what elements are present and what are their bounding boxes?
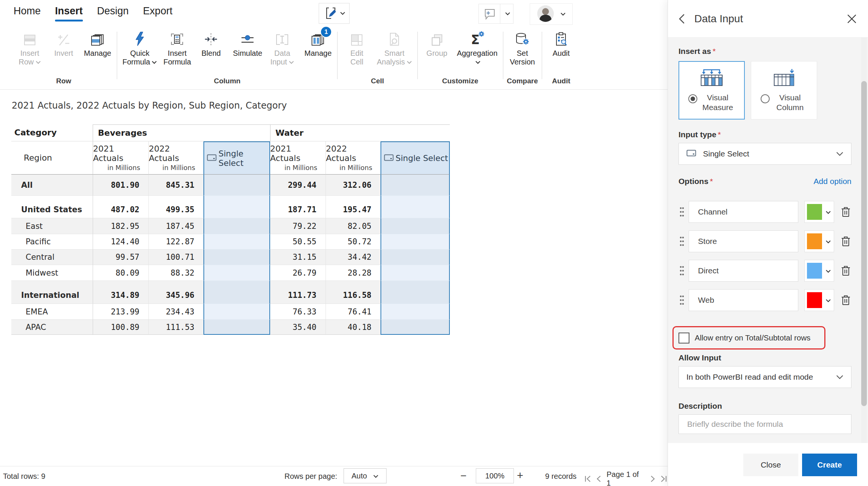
insert-as-card-visual-column[interactable]: Visual Column bbox=[751, 61, 817, 120]
chevron-down-icon[interactable] bbox=[500, 12, 513, 16]
pivot-value-cell[interactable]: 345.96 bbox=[148, 281, 203, 304]
pivot-select-column-header[interactable]: Single Select bbox=[381, 141, 450, 175]
pivot-value-cell[interactable]: 122.87 bbox=[148, 234, 203, 250]
pivot-value-cell[interactable]: 26.79 bbox=[270, 265, 326, 281]
pivot-row-label-central[interactable]: Central bbox=[11, 250, 93, 265]
pivot-row-label-apac[interactable]: APAC bbox=[11, 320, 93, 335]
pivot-value-cell[interactable]: 116.58 bbox=[326, 281, 381, 304]
description-input[interactable] bbox=[679, 414, 851, 434]
last-page-icon[interactable] bbox=[660, 475, 668, 483]
pivot-select-cell[interactable] bbox=[381, 250, 450, 265]
pivot-measure-header[interactable]: 2022 Actualsin Millions bbox=[148, 141, 203, 175]
pivot-select-cell[interactable] bbox=[203, 218, 270, 234]
add-option-link[interactable]: Add option bbox=[814, 177, 851, 186]
pivot-select-cell[interactable] bbox=[381, 281, 450, 304]
user-menu-button[interactable] bbox=[530, 3, 573, 25]
option-value-input[interactable]: Web bbox=[689, 289, 798, 311]
pivot-select-cell[interactable] bbox=[381, 304, 450, 320]
ribbon-button-group[interactable]: Group bbox=[420, 29, 454, 58]
pivot-value-cell[interactable]: 124.40 bbox=[93, 234, 148, 250]
ribbon-button-audit[interactable]: Audit bbox=[544, 29, 578, 58]
pivot-value-cell[interactable]: 82.05 bbox=[326, 218, 381, 234]
pivot-value-cell[interactable]: 88.32 bbox=[148, 265, 203, 281]
option-value-input[interactable]: Channel bbox=[689, 201, 798, 223]
pivot-select-cell[interactable] bbox=[203, 304, 270, 320]
pivot-select-cell[interactable] bbox=[381, 175, 450, 196]
pivot-value-cell[interactable]: 79.22 bbox=[270, 218, 326, 234]
ribbon-button-set-version[interactable]: SetVersion bbox=[506, 29, 539, 66]
option-value-input[interactable]: Store bbox=[689, 230, 798, 252]
pivot-value-cell[interactable]: 299.44 bbox=[270, 175, 326, 196]
pivot-value-cell[interactable]: 34.42 bbox=[326, 250, 381, 265]
pivot-value-cell[interactable]: 76.41 bbox=[326, 304, 381, 320]
ribbon-button-data-input[interactable]: DataInput bbox=[265, 29, 299, 66]
pivot-value-cell[interactable]: 187.71 bbox=[270, 196, 326, 218]
edit-mode-button[interactable] bbox=[319, 3, 350, 24]
close-icon[interactable] bbox=[847, 14, 857, 24]
pivot-value-cell[interactable]: 314.89 bbox=[93, 281, 148, 304]
pivot-measure-header[interactable]: 2021 Actualsin Millions bbox=[93, 141, 148, 175]
pivot-value-cell[interactable]: 234.43 bbox=[148, 304, 203, 320]
pivot-value-cell[interactable]: 31.15 bbox=[270, 250, 326, 265]
zoom-in-button[interactable]: + bbox=[517, 469, 523, 482]
close-button[interactable]: Close bbox=[743, 454, 798, 476]
radio-visual-column[interactable] bbox=[761, 94, 770, 103]
pivot-row-label-east[interactable]: East bbox=[11, 218, 93, 234]
tab-insert[interactable]: Insert bbox=[55, 5, 83, 21]
pivot-select-cell[interactable] bbox=[381, 196, 450, 218]
pivot-group-header-water[interactable]: Water bbox=[270, 124, 450, 141]
pivot-value-cell[interactable]: 499.35 bbox=[148, 196, 203, 218]
pivot-value-cell[interactable]: 40.18 bbox=[326, 320, 381, 335]
pivot-value-cell[interactable]: 312.06 bbox=[326, 175, 381, 196]
pivot-group-header-beverages[interactable]: Beverages bbox=[93, 124, 270, 141]
drag-handle-icon[interactable] bbox=[679, 295, 686, 305]
previous-page-icon[interactable] bbox=[596, 475, 601, 483]
pivot-row-label-international[interactable]: International bbox=[11, 281, 93, 304]
pivot-value-cell[interactable]: 182.95 bbox=[93, 218, 148, 234]
trash-icon[interactable] bbox=[840, 206, 851, 218]
pivot-row-label-all[interactable]: All bbox=[11, 175, 93, 196]
ribbon-button-smart-analysis[interactable]: SmartAnalysis bbox=[374, 29, 415, 66]
zoom-out-button[interactable]: − bbox=[460, 470, 466, 482]
tab-design[interactable]: Design bbox=[97, 5, 129, 21]
ribbon-button-blend[interactable]: Blend bbox=[194, 29, 228, 58]
pivot-value-cell[interactable]: 28.28 bbox=[326, 265, 381, 281]
comment-button[interactable] bbox=[478, 4, 513, 24]
pivot-value-cell[interactable]: 76.33 bbox=[270, 304, 326, 320]
scrollbar-track[interactable] bbox=[861, 38, 867, 443]
trash-icon[interactable] bbox=[840, 235, 851, 247]
ribbon-button-aggregation[interactable]: ΣAggregation bbox=[454, 29, 501, 66]
allow-entry-checkbox[interactable] bbox=[679, 333, 689, 343]
ribbon-button-insert-formula[interactable]: InsertFormula bbox=[160, 29, 194, 66]
first-page-icon[interactable] bbox=[584, 475, 591, 483]
pivot-select-cell[interactable] bbox=[203, 250, 270, 265]
tab-export[interactable]: Export bbox=[143, 5, 173, 21]
pivot-value-cell[interactable]: 50.72 bbox=[326, 234, 381, 250]
ribbon-button-invert[interactable]: Invert bbox=[47, 29, 81, 58]
pivot-select-cell[interactable] bbox=[203, 265, 270, 281]
drag-handle-icon[interactable] bbox=[679, 207, 686, 217]
pivot-select-cell[interactable] bbox=[203, 320, 270, 335]
ribbon-button-simulate[interactable]: Simulate bbox=[230, 29, 265, 58]
scrollbar-thumb[interactable] bbox=[861, 81, 867, 406]
ribbon-button-quick-formula[interactable]: QuickFormula bbox=[119, 29, 160, 66]
pivot-value-cell[interactable]: 80.09 bbox=[93, 265, 148, 281]
tab-home[interactable]: Home bbox=[14, 5, 41, 21]
pivot-value-cell[interactable]: 213.99 bbox=[93, 304, 148, 320]
pivot-value-cell[interactable]: 111.73 bbox=[270, 281, 326, 304]
pivot-measure-header[interactable]: 2021 Actualsin Millions bbox=[270, 141, 326, 175]
pivot-value-cell[interactable]: 35.40 bbox=[270, 320, 326, 335]
next-page-icon[interactable] bbox=[650, 475, 656, 483]
pivot-value-cell[interactable]: 801.90 bbox=[93, 175, 148, 196]
option-value-input[interactable]: Direct bbox=[689, 260, 798, 282]
option-color-dropdown[interactable] bbox=[804, 230, 834, 252]
option-color-dropdown[interactable] bbox=[804, 260, 834, 282]
pivot-select-cell[interactable] bbox=[203, 175, 270, 196]
pivot-select-cell[interactable] bbox=[203, 234, 270, 250]
pivot-measure-header[interactable]: 2022 Actualsin Millions bbox=[326, 141, 381, 175]
allow-input-dropdown[interactable]: In both PowerBI read and edit mode bbox=[679, 366, 851, 388]
pivot-select-cell[interactable] bbox=[381, 218, 450, 234]
pivot-select-cell[interactable] bbox=[203, 196, 270, 218]
pivot-value-cell[interactable]: 50.55 bbox=[270, 234, 326, 250]
pivot-row-label-united-states[interactable]: United States bbox=[11, 196, 93, 218]
